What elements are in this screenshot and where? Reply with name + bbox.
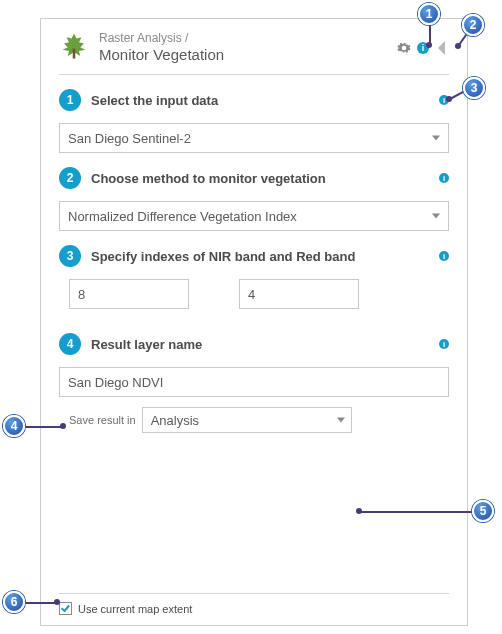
callout-leader xyxy=(25,602,55,604)
callout-dot xyxy=(426,42,432,48)
callout-leader xyxy=(429,25,431,43)
step-title: Select the input data xyxy=(91,93,439,108)
callout-leader xyxy=(360,511,474,513)
step-title: Result layer name xyxy=(91,337,439,352)
step-result-layer: 4 Result layer name i San Diego NDVI Sav… xyxy=(59,333,449,433)
step-band-indexes: 3 Specify indexes of NIR band and Red ba… xyxy=(59,245,449,309)
step-number: 1 xyxy=(59,89,81,111)
step-number: 4 xyxy=(59,333,81,355)
step-number: 3 xyxy=(59,245,81,267)
panel-header: Raster Analysis / Monitor Vegetation i xyxy=(59,31,449,75)
step-title: Choose method to monitor vegetation xyxy=(91,171,439,186)
callout-4: 4 xyxy=(3,415,25,437)
gear-icon[interactable] xyxy=(397,41,411,55)
callout-2: 2 xyxy=(462,14,484,36)
select-value: San Diego Sentinel-2 xyxy=(68,131,191,146)
save-result-label: Save result in xyxy=(59,414,136,426)
input-data-select[interactable]: San Diego Sentinel-2 xyxy=(59,123,449,153)
callout-1: 1 xyxy=(418,3,440,25)
step-title: Specify indexes of NIR band and Red band xyxy=(91,249,439,264)
callout-5: 5 xyxy=(472,500,494,522)
step-input-data: 1 Select the input data i San Diego Sent… xyxy=(59,89,449,153)
callout-dot xyxy=(455,43,461,49)
select-value: Normalized Difference Vegetation Index xyxy=(68,209,297,224)
leaf-icon xyxy=(59,31,89,64)
breadcrumb: Raster Analysis / xyxy=(99,32,397,46)
step-number: 2 xyxy=(59,167,81,189)
step-method: 2 Choose method to monitor vegetation i … xyxy=(59,167,449,231)
use-extent-label: Use current map extent xyxy=(78,603,192,615)
select-value: Analysis xyxy=(151,413,199,428)
use-extent-checkbox[interactable] xyxy=(59,602,72,615)
save-result-select[interactable]: Analysis xyxy=(142,407,352,433)
callout-3: 3 xyxy=(463,77,485,99)
info-icon[interactable]: i xyxy=(439,173,449,183)
callout-dot xyxy=(60,423,66,429)
result-layer-name-input[interactable]: San Diego NDVI xyxy=(59,367,449,397)
callout-leader xyxy=(25,426,61,428)
callout-6: 6 xyxy=(3,591,25,613)
info-icon[interactable]: i xyxy=(439,339,449,349)
svg-rect-0 xyxy=(73,49,76,59)
chevron-down-icon xyxy=(337,418,345,423)
callout-dot xyxy=(54,599,60,605)
nir-band-input[interactable]: 8 xyxy=(69,279,189,309)
callout-dot xyxy=(446,96,452,102)
red-band-input[interactable]: 4 xyxy=(239,279,359,309)
raster-analysis-panel: Raster Analysis / Monitor Vegetation i 1… xyxy=(40,18,468,626)
callout-dot xyxy=(356,508,362,514)
method-select[interactable]: Normalized Difference Vegetation Index xyxy=(59,201,449,231)
page-title: Monitor Vegetation xyxy=(99,46,397,63)
chevron-down-icon xyxy=(432,136,440,141)
back-icon[interactable] xyxy=(435,41,449,55)
panel-footer: Use current map extent xyxy=(59,593,449,615)
chevron-down-icon xyxy=(432,214,440,219)
info-icon[interactable]: i xyxy=(439,251,449,261)
